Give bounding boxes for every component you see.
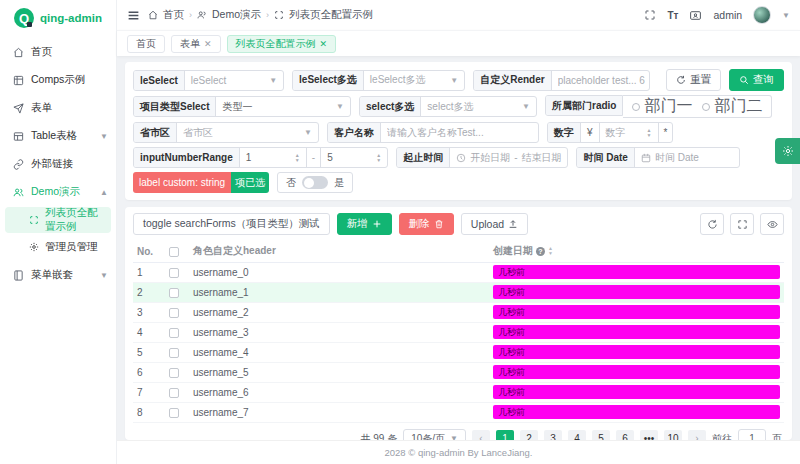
sidebar-item-form[interactable]: 表单 [0,94,116,122]
column-header-no: No. [133,241,165,262]
sidebar-item-table[interactable]: Table表格 ▼ [0,122,116,150]
avatar[interactable] [753,6,771,24]
sidebar-item-home[interactable]: 首页 [0,38,116,66]
date-range-field[interactable]: 起止时间 开始日期 - 结束日期 [396,147,568,168]
sort-icons[interactable]: ▲▼ [548,246,553,256]
row-checkbox[interactable] [169,328,179,338]
number-range-from[interactable]: 1▲▼ [240,148,306,167]
toggle-switch[interactable] [302,176,328,189]
fullscreen-icon[interactable] [644,9,656,21]
hamburger-icon[interactable] [127,9,140,22]
field-label: leSelect多选 [293,71,364,90]
sidebar-item-admin-manage[interactable]: 管理员管理 [5,234,111,260]
row-checkbox[interactable] [169,308,179,318]
trash-icon [434,219,444,229]
info-icon[interactable]: ? [536,247,545,256]
row-checkbox[interactable] [169,388,179,398]
stepper-icons[interactable]: ▲▼ [647,128,652,138]
breadcrumb: 首页 › Demo演示 › 列表页全配置示例 [148,8,373,22]
page-size-select[interactable]: 10条/页▼ [403,429,466,441]
table-row[interactable]: 6 username_5 几秒前 [133,362,784,382]
reset-button[interactable]: 重置 [666,69,721,91]
fullscreen-table-button[interactable] [730,213,754,235]
le-select-field[interactable]: leSelect leSelect▼ [133,70,284,91]
project-type-field[interactable]: 项目类型Select 类型一▼ [133,96,351,117]
goto-page-input[interactable]: 1 [738,429,766,441]
time-date-field[interactable]: 时间 Date 时间 Date [576,147,739,168]
custom-label-tag: label custom: string 项已选 [133,172,269,193]
currency-prefix: ¥ [581,123,600,142]
page-button[interactable]: 2 [520,430,538,441]
page-button[interactable]: 4 [568,430,586,441]
username-cell: username_6 [189,382,489,402]
tab-home[interactable]: 首页 [127,35,165,53]
home-icon [148,10,158,20]
delete-button[interactable]: 删除 [399,213,454,235]
next-page-button[interactable]: › [688,430,706,441]
sidebar-item-label: 外部链接 [31,157,73,171]
date-range-end: 结束日期 [521,151,561,165]
select-all-checkbox[interactable] [169,247,179,257]
chevron-down-icon: ▼ [100,271,108,280]
upload-button[interactable]: Upload [461,213,528,235]
sidebar-item-demo[interactable]: Demo演示 ▲ [0,178,116,206]
close-icon[interactable]: ✕ [320,39,328,49]
stepper-icons[interactable]: ▲▼ [376,153,381,163]
close-icon[interactable]: ✕ [204,39,212,49]
sidebar-item-menu-nest[interactable]: 菜单嵌套 ▼ [0,261,116,289]
sidebar-item-external-link[interactable]: 外部链接 [0,150,116,178]
column-header-date: 创建日期 ? ▲▼ [489,241,784,262]
page-button[interactable]: 5 [592,430,610,441]
row-checkbox[interactable] [169,268,179,278]
table-row[interactable]: 7 username_6 几秒前 [133,382,784,402]
customer-name-input[interactable] [387,127,534,138]
prev-page-button[interactable]: ‹ [472,430,490,441]
table-row[interactable]: 2 username_1 几秒前 [133,282,784,302]
region-field[interactable]: 省市区 省市区▼ [133,122,319,143]
page-button[interactable]: 6 [616,430,634,441]
username-cell: username_4 [189,342,489,362]
select-multi-field[interactable]: select多选 select多选▼ [359,96,537,117]
column-settings-button[interactable] [760,213,784,235]
tab-form[interactable]: 表单 ✕ [171,35,221,53]
field-label: 自定义Render [474,71,551,90]
send-icon [13,103,24,114]
table-row[interactable]: 8 username_7 几秒前 [133,402,784,422]
add-button[interactable]: 新增 [337,213,392,235]
breadcrumb-section[interactable]: Demo演示 [212,8,261,22]
toggle-search-forms-button[interactable]: toggle searchForms（项目类型）测试 [133,213,330,235]
row-checkbox[interactable] [169,408,179,418]
radio-dept-2[interactable]: 部门二 [702,96,762,117]
breadcrumb-home[interactable]: 首页 [163,8,184,22]
sidebar-item-comps[interactable]: Comps示例 [0,66,116,94]
number-input[interactable]: 数字▲▼ [600,123,658,142]
page-button[interactable]: 10 [664,430,682,441]
page-button[interactable]: 1 [496,430,514,441]
custom-render-input[interactable] [558,75,645,86]
table-row[interactable]: 5 username_4 几秒前 [133,342,784,362]
row-checkbox[interactable] [169,288,179,298]
row-checkbox[interactable] [169,368,179,378]
query-button[interactable]: 查询 [729,69,784,91]
username-cell: username_5 [189,362,489,382]
chevron-down-icon[interactable]: ▼ [782,11,790,20]
number-range-to[interactable]: 5▲▼ [321,148,387,167]
page-button[interactable]: 3 [544,430,562,441]
tab-list-page[interactable]: 列表页全配置示例 ✕ [227,35,337,53]
more-pages-button[interactable]: ••• [640,430,658,441]
calendar-icon [641,153,651,163]
table-row[interactable]: 1 username_0 几秒前 [133,262,784,282]
row-checkbox[interactable] [169,348,179,358]
lock-screen-icon[interactable] [689,9,702,22]
goto-label: 前往 [712,432,732,441]
user-name[interactable]: admin [713,9,742,21]
stepper-icons[interactable]: ▲▼ [295,153,300,163]
le-select-multi-field[interactable]: leSelect多选 leSelect多选▼ [292,70,465,91]
theme-settings-button[interactable] [775,138,800,164]
refresh-button[interactable] [700,213,724,235]
radio-dept-1[interactable]: 部门一 [632,96,692,117]
table-row[interactable]: 4 username_3 几秒前 [133,322,784,342]
font-size-icon[interactable]: Tт [667,10,678,21]
table-row[interactable]: 3 username_2 几秒前 [133,302,784,322]
sidebar-item-list-page[interactable]: 列表页全配置示例 [5,207,111,233]
